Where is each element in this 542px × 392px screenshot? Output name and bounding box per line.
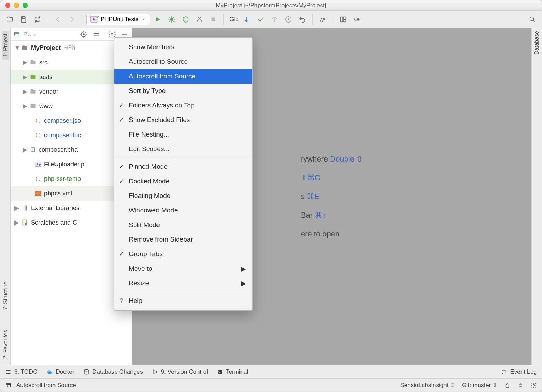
coverage-button[interactable]	[180, 14, 192, 25]
window-title: MyProject [~/PhpstormProjects/MyProject]	[0, 2, 542, 9]
tool-window-todo[interactable]: 6: TODO	[5, 368, 37, 375]
editor-hints: rywhere Double ⇧ ⇧⌘O s ⌘E Bar ⌘↑ ere to …	[301, 150, 363, 243]
search-everywhere-button[interactable]	[526, 14, 538, 25]
menu-windowed-mode[interactable]: Windowed Mode	[114, 203, 252, 218]
save-all-button[interactable]	[18, 14, 29, 25]
git-commit-button[interactable]	[255, 14, 266, 25]
archive-icon	[29, 147, 36, 153]
tool-window-db-changes[interactable]: Database Changes	[83, 368, 143, 375]
tool-button-1[interactable]	[337, 14, 349, 25]
svg-rect-19	[218, 370, 222, 374]
lock-icon[interactable]	[504, 382, 510, 389]
tool-window-vcs[interactable]: 9: Version Control	[152, 368, 208, 375]
menu-show-excluded-files[interactable]: ✓Show Excluded Files	[114, 113, 252, 127]
xml-file-icon: <>	[35, 191, 41, 196]
titlebar: MyProject [~/PhpstormProjects/MyProject]	[0, 0, 542, 11]
svg-point-11	[111, 33, 113, 35]
project-view-selector[interactable]: P...	[23, 31, 37, 37]
inspector-icon[interactable]	[517, 382, 524, 389]
scratches-icon	[21, 219, 28, 226]
menu-docked-mode[interactable]: ✓Docked Mode	[114, 174, 252, 189]
svg-point-10	[83, 33, 85, 35]
tool-window-terminal[interactable]: Terminal	[217, 368, 248, 375]
git-revert-button[interactable]	[296, 14, 308, 25]
run-config-label: PHPUnit Tests	[101, 16, 138, 23]
svg-rect-1	[212, 17, 215, 21]
back-button[interactable]	[52, 14, 64, 25]
tool-window-docker[interactable]: Docker	[46, 368, 74, 375]
menu-autoscroll-to-source[interactable]: Autoscroll to Source	[114, 54, 252, 69]
menu-sort-by-type[interactable]: Sort by Type	[114, 84, 252, 98]
folder-icon	[29, 103, 36, 110]
svg-rect-5	[344, 19, 346, 21]
minimize-window-button[interactable]	[14, 3, 19, 8]
folder-icon	[29, 73, 36, 80]
git-pull-button[interactable]	[241, 14, 253, 25]
menu-floating-mode[interactable]: Floating Mode	[114, 189, 252, 203]
svg-rect-12	[31, 148, 35, 152]
json-icon	[35, 117, 41, 124]
json-icon	[35, 176, 41, 182]
debug-button[interactable]	[166, 14, 178, 25]
svg-rect-8	[14, 32, 19, 36]
run-config-selector[interactable]: php PHPUnit Tests	[86, 14, 150, 25]
menu-remove-from-sidebar[interactable]: Remove from Sidebar	[114, 232, 252, 247]
close-window-button[interactable]	[5, 3, 10, 8]
status-hint: Autoscroll from Source	[16, 382, 76, 389]
run-button[interactable]	[152, 14, 164, 25]
svg-point-7	[530, 17, 534, 20]
svg-point-0	[170, 18, 173, 21]
event-log-button[interactable]: Event Log	[501, 368, 537, 375]
svg-rect-20	[6, 383, 11, 387]
collapse-all-button[interactable]	[92, 30, 101, 39]
menu-edit-scopes[interactable]: Edit Scopes...	[114, 142, 252, 156]
tool-window-favorites[interactable]: 2: Favorites	[2, 330, 9, 359]
menu-split-mode[interactable]: Split Mode	[114, 218, 252, 232]
svg-rect-21	[506, 385, 509, 387]
locate-file-button[interactable]	[79, 30, 88, 39]
menu-autoscroll-from-source[interactable]: Autoscroll from Source	[114, 69, 252, 84]
status-bar: Autoscroll from Source SensioLabsInsight…	[0, 378, 542, 392]
menu-group-tabs[interactable]: ✓Group Tabs	[114, 247, 252, 261]
sync-button[interactable]	[32, 14, 43, 25]
tool-button-2[interactable]	[351, 14, 363, 25]
tool-window-structure[interactable]: 7: Structure	[2, 281, 9, 310]
menu-file-nesting[interactable]: File Nesting...	[114, 127, 252, 142]
git-branch-widget[interactable]: Git: master ⇕	[462, 382, 497, 389]
svg-point-22	[519, 383, 522, 385]
forward-button[interactable]	[66, 14, 78, 25]
bottom-tool-bar: 6: TODO Docker Database Changes 9: Versi…	[0, 365, 542, 378]
sensiolabs-widget[interactable]: SensioLabsInsight ⇕	[400, 382, 455, 389]
libraries-icon	[21, 204, 28, 211]
folder-icon	[21, 44, 28, 51]
ide-settings-button[interactable]	[317, 14, 329, 25]
phpunit-icon: php	[90, 16, 98, 23]
folder-icon	[29, 59, 36, 66]
php-file-icon: php	[35, 162, 41, 167]
menu-move-to[interactable]: Move to▶	[114, 261, 252, 276]
svg-rect-4	[344, 17, 346, 19]
svg-point-23	[533, 384, 535, 386]
menu-help[interactable]: ?Help	[114, 294, 252, 308]
settings-icon[interactable]	[531, 382, 537, 389]
menu-resize[interactable]: Resize▶	[114, 276, 252, 290]
svg-point-14	[25, 223, 27, 226]
open-file-button[interactable]	[4, 14, 16, 25]
svg-point-6	[354, 18, 357, 21]
stop-button[interactable]	[208, 14, 219, 25]
folder-icon	[29, 88, 36, 95]
tool-window-project[interactable]: 1: Project	[2, 31, 9, 60]
profile-button[interactable]	[194, 14, 205, 25]
git-push-button[interactable]	[269, 14, 280, 25]
tool-windows-icon[interactable]	[5, 382, 11, 389]
tool-window-database[interactable]: Database	[534, 31, 540, 55]
git-history-button[interactable]	[282, 14, 294, 25]
zoom-window-button[interactable]	[23, 3, 28, 8]
menu-pinned-mode[interactable]: ✓Pinned Mode	[114, 159, 252, 174]
right-gutter: Database	[531, 28, 542, 365]
menu-folders-always-on-top[interactable]: ✓Folders Always on Top	[114, 98, 252, 113]
git-label: Git:	[229, 16, 238, 23]
json-icon	[35, 132, 41, 138]
menu-show-members[interactable]: Show Members	[114, 40, 252, 54]
main-toolbar: php PHPUnit Tests Git:	[0, 11, 542, 28]
